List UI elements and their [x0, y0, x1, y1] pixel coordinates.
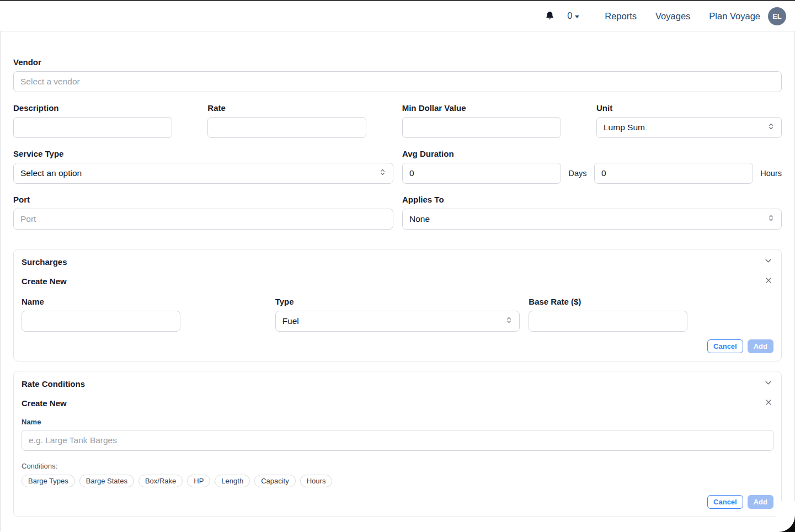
rate-conditions-title: Rate Conditions — [22, 379, 85, 389]
vendor-input[interactable] — [13, 71, 782, 92]
nav-links: ReportsVoyagesPlan Voyage — [605, 11, 760, 22]
chevron-up-down-icon — [767, 123, 775, 132]
service-type-select[interactable]: Select an option — [13, 163, 393, 184]
unit-select-value: Lump Sum — [604, 123, 645, 132]
rate-label: Rate — [207, 103, 366, 113]
description-input[interactable] — [13, 117, 172, 138]
surcharges-create-new-label: Create New — [22, 276, 67, 286]
applies-to-select-value: None — [409, 214, 430, 224]
rate-conditions-cancel-button[interactable]: Cancel — [707, 495, 743, 509]
rate-conditions-add-button[interactable]: Add — [748, 495, 773, 509]
condition-chip-capacity[interactable]: Capacity — [254, 475, 296, 487]
service-type-label: Service Type — [13, 149, 393, 158]
min-dollar-value-label: Min Dollar Value — [402, 103, 561, 113]
bell-icon — [545, 10, 555, 22]
surcharge-base-rate-label: Base Rate ($) — [529, 297, 773, 306]
chevron-up-down-icon — [379, 168, 386, 178]
notifications-button[interactable] — [545, 10, 555, 22]
surcharges-cancel-button[interactable]: Cancel — [707, 339, 743, 353]
notification-count: 0 — [567, 11, 572, 21]
vendor-label: Vendor — [13, 57, 782, 67]
avg-duration-days-input[interactable] — [402, 163, 561, 184]
surcharges-close-button[interactable] — [764, 275, 773, 287]
rate-conditions-create-new-label: Create New — [22, 398, 67, 408]
chevron-down-icon — [764, 379, 772, 389]
condition-chip-barge-states[interactable]: Barge States — [79, 475, 134, 487]
rate-conditions-section: Rate Conditions Create New Name Conditio… — [13, 371, 782, 517]
rate-condition-name-label: Name — [22, 418, 773, 426]
caret-down-icon — [575, 15, 579, 18]
chevron-up-down-icon — [505, 316, 513, 326]
condition-chip-barge-types[interactable]: Barge Types — [22, 475, 75, 487]
min-dollar-value-input[interactable] — [402, 117, 561, 138]
service-type-select-value: Select an option — [20, 168, 82, 178]
notification-count-dropdown[interactable]: 0 — [567, 11, 579, 21]
surcharge-type-label: Type — [275, 297, 520, 306]
surcharges-section: Surcharges Create New Name Type — [13, 249, 782, 361]
condition-chip-hours[interactable]: Hours — [300, 475, 333, 487]
surcharges-title: Surcharges — [22, 257, 67, 267]
rate-conditions-close-button[interactable] — [764, 397, 773, 409]
port-input[interactable] — [13, 209, 393, 230]
avg-duration-hours-input[interactable] — [594, 163, 753, 184]
unit-select[interactable]: Lump Sum — [596, 117, 782, 138]
rate-input[interactable] — [207, 117, 366, 138]
surcharges-collapse-button[interactable] — [763, 256, 773, 268]
chevron-up-down-icon — [767, 214, 775, 224]
conditions-label: Conditions: — [22, 462, 773, 470]
rate-condition-name-input[interactable] — [22, 430, 773, 451]
days-unit-label: Days — [568, 169, 586, 178]
surcharge-base-rate-input[interactable] — [529, 311, 687, 332]
surcharge-name-label: Name — [22, 297, 266, 306]
description-label: Description — [13, 103, 172, 113]
nav-link-voyages[interactable]: Voyages — [655, 11, 690, 22]
page-corner — [776, 501, 795, 532]
surcharge-type-select[interactable]: Fuel — [275, 311, 520, 332]
navbar: 0 ReportsVoyagesPlan Voyage EL — [0, 1, 795, 31]
nav-link-plan-voyage[interactable]: Plan Voyage — [709, 11, 760, 22]
nav-link-reports[interactable]: Reports — [605, 11, 637, 22]
avg-duration-label: Avg Duration — [402, 149, 782, 158]
chevron-down-icon — [764, 257, 772, 267]
applies-to-label: Applies To — [402, 195, 782, 204]
x-icon — [765, 398, 772, 408]
avatar[interactable]: EL — [768, 7, 786, 25]
surcharges-add-button[interactable]: Add — [748, 339, 773, 353]
unit-label: Unit — [596, 103, 782, 113]
hours-unit-label: Hours — [760, 169, 782, 178]
condition-chip-hp[interactable]: HP — [187, 475, 210, 487]
x-icon — [765, 276, 772, 286]
applies-to-select[interactable]: None — [402, 209, 782, 230]
port-label: Port — [13, 195, 393, 204]
rate-conditions-collapse-button[interactable] — [763, 377, 773, 390]
surcharge-name-input[interactable] — [22, 311, 180, 332]
surcharge-type-select-value: Fuel — [282, 316, 299, 326]
condition-chip-length[interactable]: Length — [215, 475, 250, 487]
condition-chips: Barge TypesBarge StatesBox/RakeHPLengthC… — [22, 475, 773, 487]
condition-chip-box-rake[interactable]: Box/Rake — [138, 475, 183, 487]
create-service-form: Vendor Description Rate Min Dollar Value… — [0, 31, 795, 531]
